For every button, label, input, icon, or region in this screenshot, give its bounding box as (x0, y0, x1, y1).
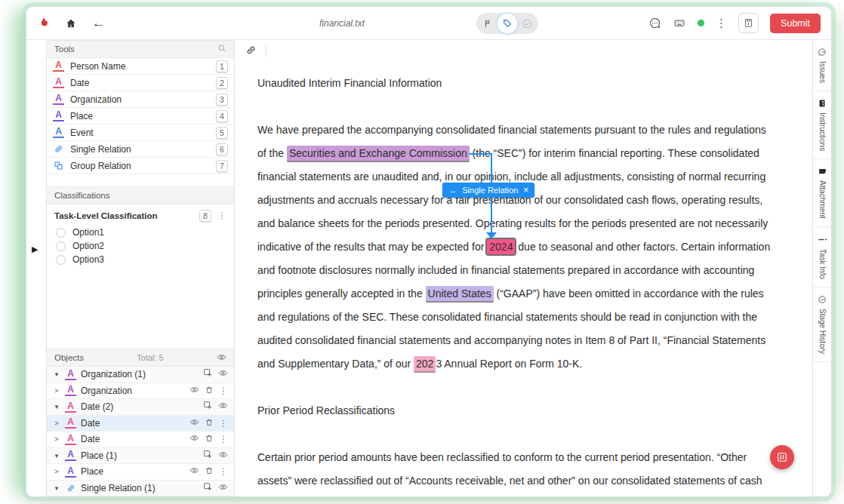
flag-mode-icon[interactable] (478, 14, 497, 33)
radio-option1[interactable]: Option1 (54, 226, 226, 239)
tool-single-relation[interactable]: Single Relation 6 (47, 141, 234, 158)
review-mode-icon[interactable] (517, 14, 537, 33)
row-menu-icon[interactable]: ⋮ (219, 419, 228, 428)
tab-stage-history[interactable]: Stage History (813, 287, 831, 362)
save-draft-button[interactable] (738, 13, 759, 33)
entity-2023[interactable]: 202 (414, 356, 436, 373)
collapse-caret-icon[interactable]: ▾ (53, 484, 60, 492)
visibility-eye-icon[interactable] (218, 367, 228, 381)
organization-entity-icon: A (53, 94, 64, 105)
expand-caret-icon[interactable]: > (53, 468, 60, 475)
tool-date[interactable]: A Date 2 (47, 75, 234, 91)
label-mode-icon-selected[interactable] (497, 14, 517, 33)
toggle-all-visibility-eye-icon[interactable] (217, 352, 226, 364)
shortcut-badge: 4 (216, 110, 228, 122)
radio-circle[interactable] (56, 228, 66, 238)
doc-heading: Prior Period Reclassifications (257, 399, 797, 423)
instructions-icon (818, 99, 827, 108)
home-button[interactable] (65, 17, 77, 29)
select-region-icon[interactable] (203, 367, 213, 381)
select-region-icon[interactable] (203, 400, 213, 413)
relation-delete-icon[interactable]: × (523, 185, 528, 195)
object-group-date[interactable]: ▾ A Date (2) (47, 399, 234, 416)
expand-caret-icon[interactable]: > (53, 435, 60, 443)
comments-icon[interactable] (648, 17, 661, 29)
date-entity-icon: A (53, 77, 64, 88)
delete-trash-icon[interactable] (205, 465, 214, 478)
delete-trash-icon[interactable] (205, 432, 214, 446)
tab-task-info[interactable]: Task Info (813, 227, 831, 287)
create-relation-link-icon[interactable] (245, 45, 257, 59)
visibility-eye-icon[interactable] (218, 449, 228, 463)
task-level-classification-panel: Task-Level Classification 8 ⋮ Option1 Op… (47, 204, 234, 269)
row-menu-icon[interactable]: ⋮ (219, 386, 228, 395)
visibility-eye-icon[interactable] (189, 465, 199, 478)
tool-group-relation[interactable]: Group Relation 7 (47, 158, 234, 174)
visibility-eye-icon[interactable] (189, 416, 199, 430)
select-region-icon[interactable] (203, 481, 213, 495)
collapse-caret-icon[interactable]: ▾ (53, 403, 60, 410)
radio-circle[interactable] (56, 255, 66, 265)
tool-person-name[interactable]: A Person Name 1 (47, 58, 234, 75)
tool-place[interactable]: A Place 4 (47, 108, 234, 124)
more-options-menu[interactable]: ⋮ (716, 17, 727, 29)
relation-arrowhead-icon (486, 232, 497, 239)
stage-history-clock-icon (818, 295, 827, 304)
shortcut-badge: 3 (216, 94, 228, 106)
issues-icon (818, 48, 827, 57)
entity-securities-and-exchange-commission[interactable]: Securities and Exchange Commission (287, 146, 470, 162)
object-item-date-selected[interactable]: > A Date ⋮ (47, 416, 234, 432)
object-item-place[interactable]: > A Place ⋮ (47, 464, 234, 481)
object-group-organization[interactable]: ▾ A Organization (1) (47, 367, 234, 383)
delete-trash-icon[interactable] (205, 416, 214, 430)
row-menu-icon[interactable]: ⋮ (219, 467, 228, 476)
single-relation-link-icon (65, 484, 76, 493)
relation-arrow-icon: → (448, 186, 457, 195)
entity-united-states[interactable]: United States (426, 286, 494, 303)
object-group-single-relation[interactable]: ▾ Single Relation (1) (47, 481, 234, 497)
tab-issues[interactable]: Issues (813, 40, 831, 91)
radio-option3[interactable]: Option3 (54, 253, 226, 266)
radio-circle[interactable] (56, 241, 66, 251)
relation-badge-label: Single Relation (462, 186, 518, 195)
classification-menu[interactable]: ⋮ (217, 211, 226, 220)
visibility-eye-icon[interactable] (189, 384, 199, 398)
collapse-caret-icon[interactable]: ▾ (53, 370, 60, 378)
date-entity-icon: A (65, 434, 76, 445)
tool-event[interactable]: A Event 5 (47, 124, 234, 141)
organization-entity-icon: A (65, 385, 76, 396)
objects-section-header: Objects Total: 5 (47, 349, 234, 367)
display-settings-fab[interactable] (770, 445, 794, 469)
back-button[interactable]: ← (92, 17, 105, 29)
tool-organization[interactable]: A Organization 3 (47, 91, 234, 108)
sidebar-expand-handle[interactable]: ▶ (32, 245, 38, 254)
keyboard-shortcuts-icon[interactable] (673, 17, 686, 29)
select-region-icon[interactable] (203, 449, 213, 463)
expand-caret-icon[interactable]: > (53, 419, 60, 427)
row-menu-icon[interactable]: ⋮ (219, 435, 228, 444)
object-item-date[interactable]: > A Date ⋮ (47, 432, 234, 448)
group-relation-icon (53, 161, 64, 171)
attachment-icon (818, 167, 827, 176)
visibility-eye-icon[interactable] (189, 432, 199, 446)
expand-caret-icon[interactable]: > (53, 387, 60, 395)
object-item-organization[interactable]: > A Organization ⋮ (47, 383, 234, 400)
shortcut-badge: 6 (216, 143, 228, 155)
tools-search-icon[interactable] (217, 44, 226, 54)
delete-trash-icon[interactable] (205, 384, 214, 398)
object-group-place[interactable]: ▾ A Place (1) (47, 448, 234, 465)
collapse-caret-icon[interactable]: ▾ (53, 452, 60, 459)
visibility-eye-icon[interactable] (218, 481, 228, 495)
classifications-section-header: Classifications (47, 186, 234, 204)
tab-attachment[interactable]: Attachment (813, 159, 831, 227)
document-text: Unaudited Interim Financial Information … (235, 63, 812, 493)
toolbar-divider (266, 46, 266, 57)
radio-option2[interactable]: Option2 (54, 239, 226, 253)
relation-badge[interactable]: → Single Relation × (442, 183, 534, 198)
entity-2024[interactable]: 2024 (487, 239, 515, 254)
submit-button[interactable]: Submit (770, 14, 821, 33)
tab-instructions[interactable]: Instructions (813, 91, 831, 159)
visibility-eye-icon[interactable] (218, 400, 228, 413)
app-logo-flame-icon (37, 16, 50, 30)
document-title: financial.txt (319, 7, 365, 40)
